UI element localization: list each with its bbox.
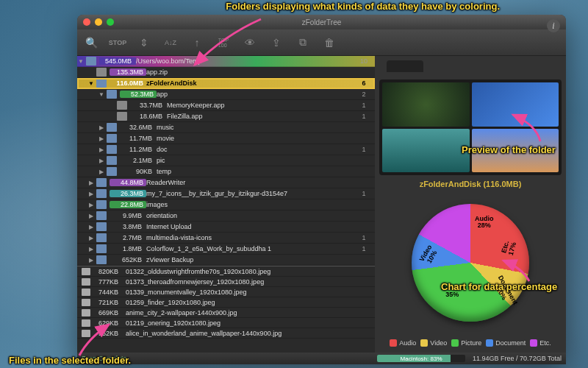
file-row[interactable]: 777KB01373_theroadfromnewjersey_1920x108…	[77, 277, 375, 287]
tree-row[interactable]: ▶32.6MBmusic	[77, 122, 375, 133]
row-size: 3.8MB	[110, 223, 146, 230]
row-name: pic	[157, 157, 357, 164]
file-size: 744KB	[95, 289, 126, 296]
file-row[interactable]: 629KB01219_onering_1920x1080.jpeg	[77, 318, 375, 328]
file-row[interactable]: 669KBanime_city_2-wallpaper-1440x900.jpg	[77, 308, 375, 318]
disclosure-arrow-icon[interactable]: ▼	[87, 80, 95, 87]
copy-button[interactable]: ⧉	[295, 35, 311, 51]
annotation-preview: Preview of the folder	[462, 144, 556, 156]
annotation-chart: Chart for data percentage	[441, 281, 557, 293]
folder-icon	[96, 211, 107, 220]
legend-swatch	[390, 339, 397, 347]
row-size: 1.8MB	[110, 245, 146, 252]
file-icon	[96, 68, 107, 77]
tree-row[interactable]: ▶26.3MBmy_7_icons__by_itzik_gur_by_itzik…	[77, 188, 375, 199]
row-name: zFolderAndDisk	[146, 79, 357, 87]
disclosure-arrow-icon[interactable]: ▶	[87, 213, 95, 219]
tree-row[interactable]: ▶2.1MBpic	[77, 155, 375, 166]
tree-row[interactable]: 18.6MBFileZilla.app1	[77, 111, 375, 122]
legend-label: Document	[495, 339, 526, 347]
tree-row[interactable]: ▶3.8MBInternet Upload	[77, 222, 375, 233]
tree-row[interactable]: ▼116.0MBzFolderAndDisk6	[77, 78, 375, 89]
disclosure-arrow-icon[interactable]: ▶	[87, 235, 95, 241]
tree-row[interactable]: 33.7MBMemoryKeeper.app1	[77, 100, 375, 111]
row-count: 1	[357, 102, 370, 109]
preview-thumb[interactable]	[382, 82, 470, 127]
export-button[interactable]: ⇪	[268, 35, 284, 51]
disclosure-arrow-icon[interactable]: ▼	[98, 91, 105, 98]
tree-row[interactable]: ▶652KBzViewer Backup	[77, 255, 375, 266]
disclosure-arrow-icon[interactable]: ▶	[87, 257, 95, 263]
folder-icon	[107, 145, 117, 154]
disclosure-arrow-icon[interactable]: ▶	[98, 135, 105, 142]
file-row[interactable]: 552KBalice_in_wonderland_anime_wallpaper…	[77, 328, 375, 339]
trash-button[interactable]: 🗑	[321, 35, 337, 51]
disclosure-arrow-icon[interactable]: ▶	[87, 191, 95, 197]
pie-legend: AudioVideoPictureDocumentEtc.	[379, 336, 562, 348]
file-row[interactable]: 820KB01322_olddustwrightfromthe70s_1920x…	[77, 266, 375, 277]
titlebar[interactable]: zFolderTree	[77, 15, 566, 29]
search-button[interactable]: 🔍	[83, 35, 99, 51]
tree-row[interactable]: ▶1.8MBColorflow_1_2_e5a_Work_by_subuddha…	[77, 244, 375, 255]
folder-icon	[107, 156, 117, 165]
folder-tree[interactable]: ▼545.0MB/Users/woo.bom/Temp10135.3MBapp.…	[77, 56, 375, 266]
row-name: zViewer Backup	[146, 256, 357, 263]
file-row[interactable]: 744KB01339_monumentvalley_1920x1080.jpeg	[77, 287, 375, 297]
info-button[interactable]: i	[547, 19, 560, 32]
file-icon	[82, 299, 90, 306]
disk-free-label: 11.94GB Free / 70.72GB Total	[473, 355, 562, 362]
tree-row[interactable]: ▶2.7MBmultimedia-vista-icons1	[77, 233, 375, 244]
disk-usage-bar: Macintosh: 83%	[377, 355, 465, 362]
annotation-files: Files in the selected folder.	[9, 355, 131, 367]
collapse-button[interactable]: ⇕	[136, 35, 152, 51]
folder-icon	[86, 57, 96, 66]
tree-row[interactable]: ▶90KBtemp	[77, 166, 375, 177]
legend-swatch	[420, 339, 428, 347]
legend-label: Audio	[399, 339, 416, 347]
file-row[interactable]: 721KB01259_finder_1920x1080.jpeg	[77, 297, 375, 308]
minimize-icon[interactable]	[95, 18, 102, 26]
row-count: 1	[357, 146, 370, 153]
status-bar: Scan Complete. Macintosh: 83% 11.94GB Fr…	[77, 353, 566, 364]
file-size: 669KB	[95, 309, 126, 316]
disclosure-arrow-icon[interactable]: ▶	[98, 158, 105, 164]
tree-row[interactable]: ▶22.8MBimages	[77, 199, 375, 210]
file-icon	[82, 289, 90, 296]
preview-thumb[interactable]	[382, 129, 470, 173]
row-count: 2	[357, 91, 370, 98]
row-size: 26.3MB	[110, 190, 146, 197]
sort-az-button[interactable]: A↓Z	[162, 35, 179, 51]
stop-button[interactable]: STOP	[110, 35, 126, 51]
tree-row[interactable]: ▶11.2MBdoc1	[77, 144, 375, 155]
legend-label: Etc.	[539, 339, 551, 347]
zoom-icon[interactable]	[107, 18, 114, 26]
row-size: 18.6MB	[130, 113, 167, 120]
disclosure-arrow-icon[interactable]: ▶	[87, 224, 95, 230]
disclosure-arrow-icon[interactable]: ▶	[98, 146, 105, 153]
tree-row[interactable]: ▶11.7MBmovie	[77, 133, 375, 144]
disclosure-arrow-icon[interactable]: ▼	[77, 58, 85, 65]
row-count: 10	[357, 57, 370, 65]
tree-row[interactable]: ▶9.9MBorientation	[77, 210, 375, 222]
row-name: my_7_icons__by_itzik_gur_by_itzikgur-d31…	[146, 190, 357, 197]
annotation-folders: Folders displaying what kinds of data th…	[206, 1, 500, 13]
file-size: 721KB	[95, 299, 126, 306]
file-name: 01339_monumentvalley_1920x1080.jpeg	[126, 289, 370, 296]
row-size: 44.8MB	[110, 179, 146, 186]
preview-title: zFolderAndDisk (116.0MB)	[379, 180, 562, 188]
disclosure-arrow-icon[interactable]: ▶	[98, 169, 105, 175]
file-list[interactable]: 820KB01322_olddustwrightfromthe70s_1920x…	[77, 266, 375, 353]
toolbar: 🔍 STOP ⇕ A↓Z ↑ TOP100 👁 ⇪ ⧉ 🗑 i	[77, 29, 566, 56]
tree-row[interactable]: ▼52.3MBapp2	[77, 89, 375, 100]
disclosure-arrow-icon[interactable]: ▶	[87, 180, 95, 186]
row-size: 2.7MB	[110, 234, 146, 241]
tree-row[interactable]: ▶44.8MBReaderWriter	[77, 177, 375, 188]
disclosure-arrow-icon[interactable]: ▶	[98, 124, 105, 131]
row-size: 545.0MB	[99, 57, 136, 65]
row-name: app	[157, 91, 357, 98]
row-name: temp	[157, 168, 357, 175]
file-icon	[117, 112, 127, 121]
disclosure-arrow-icon[interactable]: ▶	[87, 202, 95, 208]
close-icon[interactable]	[83, 18, 90, 26]
disclosure-arrow-icon[interactable]: ▶	[87, 246, 95, 252]
